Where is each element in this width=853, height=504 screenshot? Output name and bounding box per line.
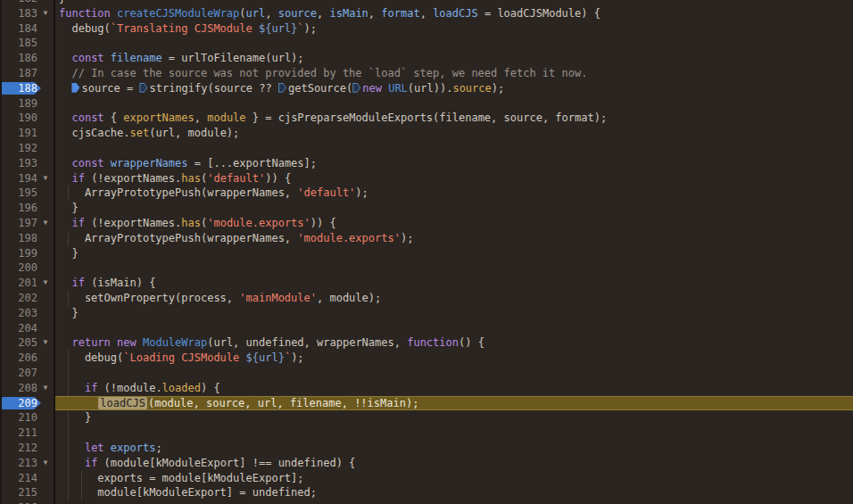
code-content[interactable]: } <box>55 306 853 321</box>
code-content[interactable]: if (!module.loaded) { <box>55 381 853 396</box>
code-content[interactable]: exports = module[kModuleExport]; <box>55 471 853 486</box>
line-number[interactable]: 194 <box>0 171 37 186</box>
line-number[interactable]: 191 <box>0 126 37 141</box>
code-content[interactable]: cjsCache.set(url, module); <box>55 126 853 141</box>
code-content[interactable] <box>55 36 853 51</box>
code-line[interactable]: 193 const wrapperNames = [...exportNames… <box>0 156 853 171</box>
code-line[interactable]: 206 debug(`Loading CJSModule ${url}`); <box>0 351 853 366</box>
code-line[interactable]: 216▼ <box>0 500 853 504</box>
code-line[interactable]: 202 setOwnProperty(process, 'mainModule'… <box>0 291 853 306</box>
code-content[interactable]: ArrayPrototypePush(wrapperNames, 'defaul… <box>55 186 853 201</box>
line-number[interactable]: 201 <box>0 276 37 291</box>
code-line[interactable]: 215 module[kModuleExport] = undefined; <box>0 485 853 500</box>
code-line[interactable]: 198 ArrayPrototypePush(wrapperNames, 'mo… <box>0 231 853 246</box>
code-content[interactable] <box>55 321 853 336</box>
line-number[interactable]: 187 <box>0 66 37 81</box>
line-number[interactable]: 213 <box>0 456 37 471</box>
code-line[interactable]: 187 // In case the source was not provid… <box>0 66 853 81</box>
line-number[interactable]: 208 <box>0 381 37 396</box>
code-content[interactable]: const wrapperNames = [...exportNames]; <box>55 156 853 171</box>
code-content[interactable]: module[kModuleExport] = undefined; <box>55 485 853 500</box>
code-content[interactable]: } <box>55 201 853 216</box>
code-line[interactable]: 186 const filename = urlToFilename(url); <box>0 51 853 66</box>
code-line[interactable]: 191 cjsCache.set(url, module); <box>0 126 853 141</box>
code-content[interactable]: function createCJSModuleWrap(url, source… <box>55 6 853 21</box>
code-content[interactable]: source = stringify(source ?? getSource(n… <box>55 81 853 96</box>
code-line[interactable]: 210 } <box>0 410 853 426</box>
line-number[interactable]: 196 <box>0 201 37 216</box>
code-content[interactable]: } <box>55 0 853 6</box>
line-number[interactable]: 216 <box>0 500 37 504</box>
code-content[interactable]: if (isMain) { <box>55 276 853 291</box>
code-content[interactable]: const filename = urlToFilename(url); <box>55 51 853 66</box>
line-number[interactable]: 204 <box>0 321 37 336</box>
code-line[interactable]: 212 let exports; <box>0 441 853 456</box>
code-content[interactable] <box>55 141 853 156</box>
fold-arrow-icon[interactable]: ▼ <box>37 381 54 396</box>
fold-arrow-icon[interactable]: ▼ <box>37 171 54 186</box>
inline-breakpoint-candidate-icon[interactable] <box>352 83 360 93</box>
line-number[interactable]: 195 <box>0 186 37 201</box>
line-number[interactable]: 206 <box>0 351 37 366</box>
paused-code-line[interactable]: 209 loadCJS(module, source, url, filenam… <box>0 396 853 411</box>
line-number[interactable]: 184 <box>0 21 37 37</box>
code-line[interactable]: 208▼ if (!module.loaded) { <box>0 381 853 396</box>
code-line[interactable]: 189 <box>0 96 853 112</box>
code-line[interactable]: 182} <box>0 0 853 6</box>
code-line[interactable]: 194▼ if (!exportNames.has('default')) { <box>0 171 853 186</box>
fold-arrow-icon[interactable]: ▼ <box>37 276 54 291</box>
code-content[interactable]: return new ModuleWrap(url, undefined, wr… <box>55 335 853 351</box>
code-content[interactable] <box>55 96 853 112</box>
line-number[interactable]: 189 <box>0 96 37 112</box>
code-line[interactable]: 205▼ return new ModuleWrap(url, undefine… <box>0 335 853 351</box>
code-content[interactable] <box>55 426 853 441</box>
code-line[interactable]: 204 <box>0 321 853 336</box>
line-number[interactable]: 212 <box>0 441 37 456</box>
code-content[interactable] <box>55 366 853 381</box>
code-line[interactable]: 184 debug(`Translating CJSModule ${url}`… <box>0 21 853 37</box>
code-line[interactable]: 195 ArrayPrototypePush(wrapperNames, 'de… <box>0 186 853 201</box>
line-number[interactable]: 183 <box>0 6 37 21</box>
code-line[interactable]: 211 <box>0 426 853 441</box>
code-content[interactable]: setOwnProperty(process, 'mainModule', mo… <box>55 291 853 306</box>
code-line[interactable]: 188 source = stringify(source ?? getSour… <box>0 81 853 96</box>
code-line[interactable]: 196 } <box>0 201 853 216</box>
code-line[interactable]: 185 <box>0 36 853 51</box>
fold-arrow-icon[interactable]: ▼ <box>37 456 54 471</box>
code-line[interactable]: 200 <box>0 260 853 276</box>
code-content[interactable] <box>55 260 853 276</box>
line-number[interactable]: 205 <box>0 335 37 351</box>
code-content[interactable]: ArrayPrototypePush(wrapperNames, 'module… <box>55 231 853 246</box>
line-number[interactable]: 185 <box>0 36 37 51</box>
code-content[interactable]: debug(`Loading CJSModule ${url}`); <box>55 351 853 366</box>
line-number[interactable]: 215 <box>0 485 37 500</box>
code-line[interactable]: 207 <box>0 366 853 381</box>
code-line[interactable]: 203 } <box>0 306 853 321</box>
code-content[interactable]: if (!exportNames.has('default')) { <box>55 171 853 186</box>
code-line[interactable]: 197▼ if (!exportNames.has('module.export… <box>0 216 853 231</box>
code-line[interactable]: 183▼function createCJSModuleWrap(url, so… <box>0 6 853 21</box>
code-content[interactable]: } <box>55 410 853 426</box>
line-number[interactable]: 214 <box>0 471 37 486</box>
code-content[interactable] <box>55 500 853 504</box>
code-content[interactable]: // In case the source was not provided b… <box>55 66 853 81</box>
code-content[interactable]: } <box>55 246 853 261</box>
code-line[interactable]: 199 } <box>0 246 853 261</box>
line-number[interactable]: 190 <box>0 111 37 126</box>
fold-arrow-icon[interactable]: ▼ <box>37 500 54 504</box>
line-number[interactable]: 203 <box>0 306 37 321</box>
line-number[interactable]: 182 <box>0 0 37 6</box>
code-line[interactable]: 214 exports = module[kModuleExport]; <box>0 471 853 486</box>
fold-arrow-icon[interactable]: ▼ <box>37 335 54 351</box>
line-number[interactable]: 198 <box>0 231 37 246</box>
line-number[interactable]: 211 <box>0 426 37 441</box>
line-number[interactable]: 207 <box>0 366 37 381</box>
line-number[interactable]: 188 <box>0 81 37 96</box>
line-number[interactable]: 193 <box>0 156 37 171</box>
code-content[interactable]: if (!exportNames.has('module.exports')) … <box>55 216 853 231</box>
code-line[interactable]: 201▼ if (isMain) { <box>0 276 853 291</box>
code-line[interactable]: 190 const { exportNames, module } = cjsP… <box>0 111 853 126</box>
line-number[interactable]: 209 <box>0 396 37 411</box>
inline-breakpoint-candidate-icon[interactable] <box>139 83 147 93</box>
line-number[interactable]: 200 <box>0 260 37 276</box>
